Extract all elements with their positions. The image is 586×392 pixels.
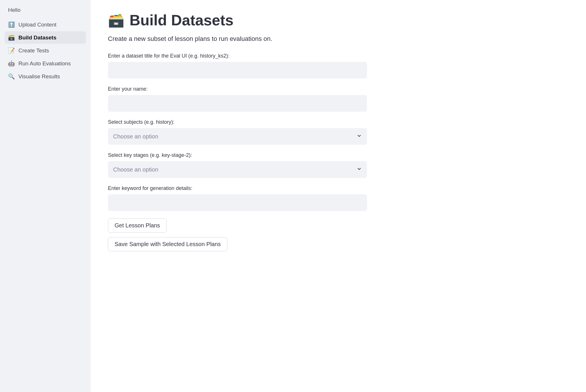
chevron-down-icon — [357, 166, 362, 173]
sidebar-item-label: Create Tests — [18, 47, 49, 54]
key-stages-select-placeholder: Choose an option — [113, 166, 158, 173]
name-input[interactable] — [108, 95, 367, 112]
name-label: Enter your name: — [108, 86, 367, 92]
chevron-down-icon — [357, 133, 362, 140]
save-sample-button[interactable]: Save Sample with Selected Lesson Plans — [108, 237, 227, 251]
subjects-label: Select subjects (e.g. history): — [108, 119, 367, 125]
field-dataset-title: Enter a dataset title for the Eval UI (e… — [108, 53, 367, 79]
field-name: Enter your name: — [108, 86, 367, 112]
get-lesson-plans-button[interactable]: Get Lesson Plans — [108, 218, 167, 233]
page-title: 🗃️ Build Datasets — [108, 12, 367, 29]
sidebar-item-label: Run Auto Evaluations — [18, 60, 71, 67]
sidebar-item-build-datasets[interactable]: 🗃️ Build Datasets — [5, 31, 86, 44]
sidebar-item-run-auto-evaluations[interactable]: 🤖 Run Auto Evaluations — [5, 57, 86, 70]
key-stages-select[interactable]: Choose an option — [108, 161, 367, 178]
button-row: Get Lesson Plans Save Sample with Select… — [108, 218, 367, 256]
keyword-label: Enter keyword for generation details: — [108, 185, 367, 191]
dataset-title-label: Enter a dataset title for the Eval UI (e… — [108, 53, 367, 59]
subjects-select-placeholder: Choose an option — [113, 133, 158, 140]
sidebar-item-label: Visualise Results — [18, 73, 60, 80]
sidebar-title: Hello — [5, 7, 86, 13]
field-subjects: Select subjects (e.g. history): Choose a… — [108, 119, 367, 145]
sidebar-item-upload-content[interactable]: ⬆️ Upload Content — [5, 18, 86, 31]
key-stages-label: Select key stages (e.g. key-stage-2): — [108, 152, 367, 158]
keyword-input[interactable] — [108, 194, 367, 211]
robot-icon: 🤖 — [8, 60, 14, 67]
sidebar-item-label: Build Datasets — [18, 35, 56, 41]
memo-icon: 📝 — [8, 47, 14, 54]
main-content: 🗃️ Build Datasets Create a new subset of… — [91, 0, 384, 392]
subjects-select[interactable]: Choose an option — [108, 128, 367, 145]
field-key-stages: Select key stages (e.g. key-stage-2): Ch… — [108, 152, 367, 178]
sidebar-item-create-tests[interactable]: 📝 Create Tests — [5, 44, 86, 57]
upload-icon: ⬆️ — [8, 21, 14, 28]
field-keyword: Enter keyword for generation details: — [108, 185, 367, 211]
sidebar-item-label: Upload Content — [18, 22, 56, 28]
page-subtitle: Create a new subset of lesson plans to r… — [108, 35, 367, 43]
sidebar: Hello ⬆️ Upload Content 🗃️ Build Dataset… — [0, 0, 91, 392]
dataset-title-input[interactable] — [108, 62, 367, 79]
file-box-icon: 🗃️ — [108, 12, 124, 28]
page-title-text: Build Datasets — [130, 12, 233, 29]
file-box-icon: 🗃️ — [8, 34, 14, 41]
magnifying-glass-icon: 🔍 — [8, 73, 14, 80]
sidebar-item-visualise-results[interactable]: 🔍 Visualise Results — [5, 70, 86, 83]
